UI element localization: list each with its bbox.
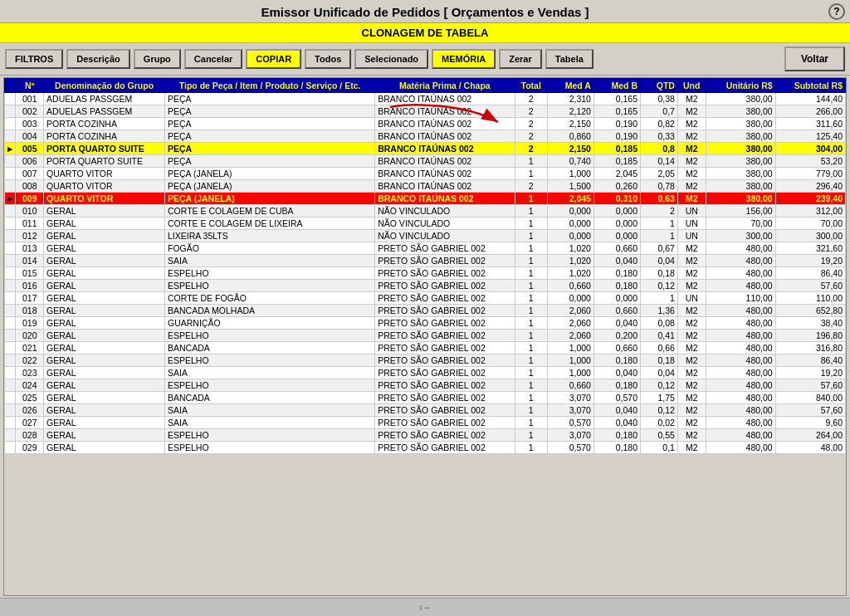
cancelar-button[interactable]: Cancelar xyxy=(184,49,242,69)
table-row[interactable]: 014GERALSAIAPRETO SÃO GABRIEL 00211,0200… xyxy=(5,255,846,267)
table-row[interactable]: 027GERALSAIAPRETO SÃO GABRIEL 00210,5700… xyxy=(5,417,846,429)
table-row[interactable]: 004PORTA COZINHAPEÇABRANCO ITAÚNAS 00220… xyxy=(5,130,846,143)
filtros-button[interactable]: FILTROS xyxy=(5,49,63,69)
table-row[interactable]: 016GERALESPELHOPRETO SÃO GABRIEL 00210,6… xyxy=(5,280,846,292)
table-header-row: Nº Denominação do Grupo Tipo de Peça / I… xyxy=(5,79,846,93)
content-area: Nº Denominação do Grupo Tipo de Peça / I… xyxy=(0,76,850,598)
table-row[interactable]: 011GERALCORTE E COLAGEM DE LIXEIRANÃO VI… xyxy=(5,218,846,230)
status-text: ↕↔ xyxy=(419,603,432,612)
col-tipo-header: Tipo de Peça / Item / Produto / Serviço … xyxy=(165,79,375,93)
data-table-wrapper[interactable]: Nº Denominação do Grupo Tipo de Peça / I… xyxy=(3,77,847,596)
table-row[interactable]: 013GERALFOGÃOPRETO SÃO GABRIEL 00211,020… xyxy=(5,242,846,255)
table-row[interactable]: 023GERALSAIAPRETO SÃO GABRIEL 00211,0000… xyxy=(5,367,846,379)
title-bar: Emissor Unificado de Pedidos [ Orçamento… xyxy=(0,0,850,23)
table-row[interactable]: 029GERALESPELHOPRETO SÃO GABRIEL 00210,5… xyxy=(5,442,846,454)
col-total-header: Total xyxy=(515,79,547,93)
status-bar: ↕↔ xyxy=(0,598,850,616)
col-unit-header: Unitário R$ xyxy=(706,79,775,93)
grupo-button[interactable]: Grupo xyxy=(134,49,181,69)
table-row[interactable]: 008QUARTO VITORPEÇA (JANELA)BRANCO ITAÚN… xyxy=(5,180,846,193)
data-table: Nº Denominação do Grupo Tipo de Peça / I… xyxy=(4,78,846,454)
selecionado-button[interactable]: Selecionado xyxy=(354,49,428,69)
table-row[interactable]: 017GERALCORTE DE FOGÃOPRETO SÃO GABRIEL … xyxy=(5,292,846,305)
tabela-button[interactable]: Tabela xyxy=(545,49,594,69)
descricao-button[interactable]: Descrição xyxy=(66,49,130,69)
col-meda-header: Med A xyxy=(547,79,594,93)
table-row[interactable]: 003PORTA COZINHAPEÇABRANCO ITAÚNAS 00222… xyxy=(5,118,846,130)
todos-button[interactable]: Todos xyxy=(305,49,351,69)
section-header: CLONAGEM DE TABELA xyxy=(0,23,850,43)
toolbar: FILTROS Descrição Grupo Cancelar COPIAR … xyxy=(0,43,850,76)
copiar-button[interactable]: COPIAR xyxy=(246,49,301,69)
table-row[interactable]: 012GERALLIXEIRA 35LTSNÃO VINCULADO10,000… xyxy=(5,230,846,242)
col-medb-header: Med B xyxy=(594,79,640,93)
col-materia-header: Matéria Prima / Chapa xyxy=(375,79,515,93)
app-container: Emissor Unificado de Pedidos [ Orçamento… xyxy=(0,0,850,616)
table-row[interactable]: ►009QUARTO VITORPEÇA (JANELA)BRANCO ITAÚ… xyxy=(5,193,846,205)
table-row[interactable]: 007QUARTO VITORPEÇA (JANELA)BRANCO ITAÚN… xyxy=(5,168,846,180)
table-row[interactable]: 028GERALESPELHOPRETO SÃO GABRIEL 00213,0… xyxy=(5,429,846,442)
memoria-button[interactable]: MEMÓRIA xyxy=(432,49,496,69)
col-sub-header: Subtotal R$ xyxy=(775,79,845,93)
table-row[interactable]: 021GERALBANCADAPRETO SÃO GABRIEL 00211,0… xyxy=(5,342,846,354)
col-qtd-header: QTD xyxy=(641,79,678,93)
voltar-button[interactable]: Voltar xyxy=(784,46,845,71)
table-row[interactable]: 001ADUELAS PASSGEMPEÇABRANCO ITAÚNAS 002… xyxy=(5,93,846,105)
table-row[interactable]: 019GERALGUARNIÇÃOPRETO SÃO GABRIEL 00212… xyxy=(5,317,846,330)
col-und-header: Und xyxy=(677,79,706,93)
table-row[interactable]: ►005PORTA QUARTO SUITEPEÇABRANCO ITAÚNAS… xyxy=(5,143,846,155)
table-row[interactable]: 022GERALESPELHOPRETO SÃO GABRIEL 00211,0… xyxy=(5,354,846,367)
table-body: 001ADUELAS PASSGEMPEÇABRANCO ITAÚNAS 002… xyxy=(5,93,846,454)
col-num-header: Nº xyxy=(16,79,44,93)
table-row[interactable]: 026GERALSAIAPRETO SÃO GABRIEL 00213,0700… xyxy=(5,404,846,417)
table-row[interactable]: 024GERALESPELHOPRETO SÃO GABRIEL 00210,6… xyxy=(5,379,846,392)
app-title: Emissor Unificado de Pedidos [ Orçamento… xyxy=(261,5,589,19)
zerar-button[interactable]: Zerar xyxy=(499,49,542,69)
col-marker xyxy=(5,79,16,93)
col-denom-header: Denominação do Grupo xyxy=(44,79,165,93)
table-row[interactable]: 015GERALESPELHOPRETO SÃO GABRIEL 00211,0… xyxy=(5,267,846,280)
table-row[interactable]: 025GERALBANCADAPRETO SÃO GABRIEL 00213,0… xyxy=(5,392,846,404)
help-button[interactable]: ? xyxy=(828,3,845,20)
table-row[interactable]: 002ADUELAS PASSGEMPEÇABRANCO ITAÚNAS 002… xyxy=(5,105,846,118)
table-row[interactable]: 010GERALCORTE E COLAGEM DE CUBANÃO VINCU… xyxy=(5,205,846,218)
table-row[interactable]: 006PORTA QUARTO SUITEPEÇABRANCO ITAÚNAS … xyxy=(5,155,846,168)
table-row[interactable]: 020GERALESPELHOPRETO SÃO GABRIEL 00212,0… xyxy=(5,330,846,342)
table-row[interactable]: 018GERALBANCADA MOLHADAPRETO SÃO GABRIEL… xyxy=(5,305,846,317)
